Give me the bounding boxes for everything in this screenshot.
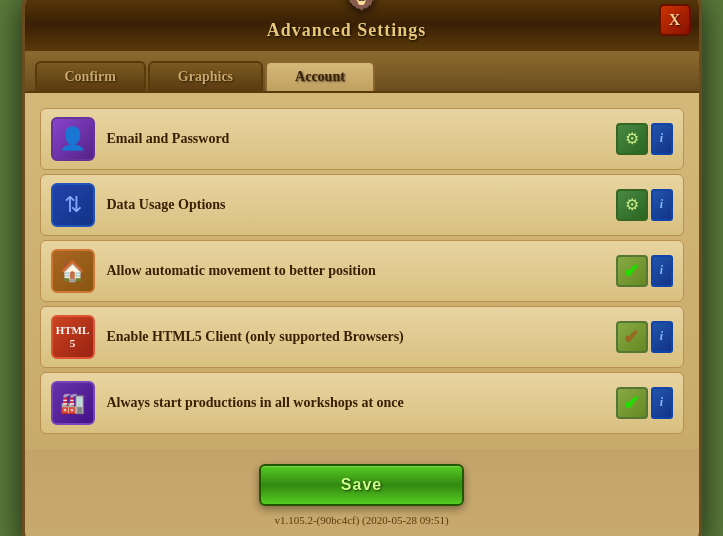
workshop-icon: 🏭 (51, 381, 95, 425)
email-control: ⚙ i (616, 123, 673, 155)
email-gear-button[interactable]: ⚙ (616, 123, 648, 155)
html5-badge-icon: HTML5 (56, 324, 90, 348)
email-info-button[interactable]: i (651, 123, 673, 155)
workshop-figure-icon: 🏭 (60, 391, 85, 415)
close-button[interactable]: X (659, 4, 691, 36)
footer: Save v1.105.2-(90bc4cf) (2020-05-28 09:5… (25, 449, 699, 537)
html5-control: ✔ i (616, 321, 673, 353)
window-header: 🦁 Advanced Settings X (25, 0, 699, 53)
html5-label: Enable HTML5 Client (only supported Brow… (107, 329, 604, 345)
tab-confirm[interactable]: Confirm (35, 61, 146, 91)
html5-icon: HTML5 (51, 315, 95, 359)
content-area: 👤 Email and Password ⚙ i ⇅ Data Usage Op… (25, 93, 699, 449)
data-arrows-icon: ⇅ (64, 192, 82, 218)
data-info-button[interactable]: i (651, 189, 673, 221)
movement-label: Allow automatic movement to better posit… (107, 263, 604, 279)
movement-check-button[interactable]: ✔ (616, 255, 648, 287)
settings-list: 👤 Email and Password ⚙ i ⇅ Data Usage Op… (40, 108, 684, 434)
html5-check-button[interactable]: ✔ (616, 321, 648, 353)
html5-info-button[interactable]: i (651, 321, 673, 353)
tabs-bar: Confirm Graphics Account (25, 53, 699, 93)
setting-row-email: 👤 Email and Password ⚙ i (40, 108, 684, 170)
workshop-check-button[interactable]: ✔ (616, 387, 648, 419)
movement-info-button[interactable]: i (651, 255, 673, 287)
data-icon: ⇅ (51, 183, 95, 227)
email-icon: 👤 (51, 117, 95, 161)
data-gear-button[interactable]: ⚙ (616, 189, 648, 221)
data-label: Data Usage Options (107, 197, 604, 213)
workshop-control: ✔ i (616, 387, 673, 419)
tab-account[interactable]: Account (265, 61, 375, 91)
data-control: ⚙ i (616, 189, 673, 221)
tab-graphics[interactable]: Graphics (148, 61, 263, 91)
position-house-icon: 🏠 (60, 259, 85, 283)
email-figure-icon: 👤 (59, 126, 86, 152)
workshop-label: Always start productions in all workshop… (107, 395, 604, 411)
window-title: Advanced Settings (267, 20, 427, 41)
workshop-info-button[interactable]: i (651, 387, 673, 419)
email-label: Email and Password (107, 131, 604, 147)
position-icon: 🏠 (51, 249, 95, 293)
setting-row-movement: 🏠 Allow automatic movement to better pos… (40, 240, 684, 302)
version-text: v1.105.2-(90bc4cf) (2020-05-28 09:51) (274, 514, 448, 526)
movement-control: ✔ i (616, 255, 673, 287)
advanced-settings-window: 🦁 Advanced Settings X Confirm Graphics A… (22, 0, 702, 536)
setting-row-workshop: 🏭 Always start productions in all worksh… (40, 372, 684, 434)
setting-row-html5: HTML5 Enable HTML5 Client (only supporte… (40, 306, 684, 368)
save-button[interactable]: Save (259, 464, 464, 506)
setting-row-data: ⇅ Data Usage Options ⚙ i (40, 174, 684, 236)
lion-icon: 🦁 (337, 0, 387, 13)
